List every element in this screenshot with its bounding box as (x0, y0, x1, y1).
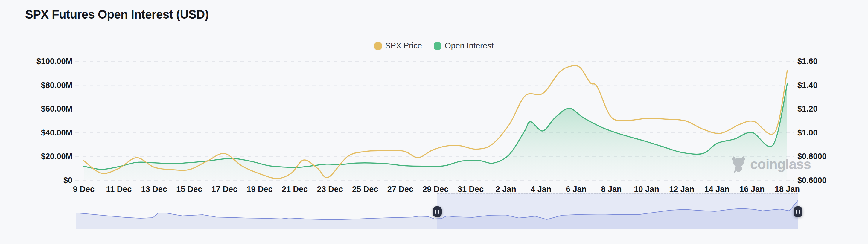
pause-bar-icon (796, 210, 797, 214)
y-axis-right-label: $1.40 (798, 81, 857, 90)
pause-bar-icon (799, 210, 800, 214)
pause-bar-icon (438, 210, 439, 214)
chart-panel: SPX Futures Open Interest (USD) SPX Pric… (0, 0, 868, 244)
y-axis-right-label: $1.20 (798, 104, 857, 113)
y-axis-left-label: $60.00M (16, 104, 72, 113)
y-axis-left-label: $0 (16, 176, 72, 185)
y-axis-right-label: $1.00 (798, 128, 857, 137)
navigator-right-handle[interactable] (794, 206, 803, 217)
y-axis-left-label: $20.00M (16, 152, 72, 161)
navigator-left-handle[interactable] (433, 206, 442, 217)
y-axis-right-label: $0.6000 (798, 176, 857, 185)
y-axis-left-label: $80.00M (16, 81, 72, 90)
x-axis-label: 18 Jan (766, 185, 808, 194)
navigator-selection-window[interactable] (437, 193, 798, 230)
open-interest-area-series (84, 84, 787, 180)
y-axis-left-label: $40.00M (16, 128, 72, 137)
y-axis-right-label: $0.8000 (798, 152, 857, 161)
y-axis-left-label: $100.00M (16, 57, 72, 66)
pause-bar-icon (435, 210, 436, 214)
y-axis-right-label: $1.60 (798, 57, 857, 66)
